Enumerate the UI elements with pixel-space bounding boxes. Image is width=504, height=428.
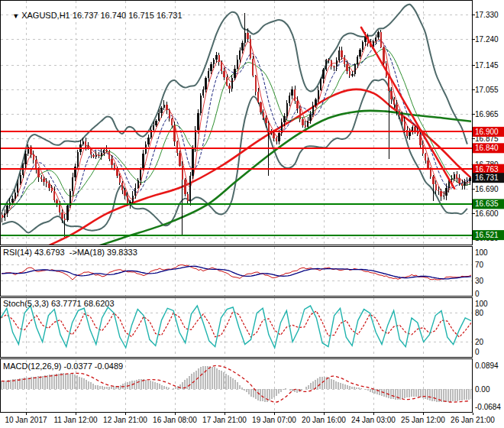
candle-body: [140, 168, 141, 180]
candle-body: [48, 183, 50, 187]
candle-body: [454, 174, 455, 179]
stoch-tick-label: 100: [475, 300, 488, 308]
candle-body: [182, 166, 183, 180]
candle-body: [61, 212, 63, 219]
candle-body: [299, 109, 301, 118]
candle-body: [443, 196, 444, 196]
candle-body: [210, 64, 212, 71]
candle-body: [390, 91, 392, 99]
stoch-tick-label: 0: [475, 348, 480, 356]
candle-body: [82, 141, 84, 144]
candle-body: [92, 155, 94, 157]
candle-body: [351, 74, 353, 76]
candle-body: [142, 154, 144, 169]
candle-body: [184, 180, 186, 194]
candle-body: [158, 113, 160, 121]
stoch-panel: [1, 306, 471, 348]
candle-body: [357, 57, 358, 64]
candle-body: [393, 99, 395, 105]
price-badge-text: 16.635: [475, 199, 499, 208]
candle-body: [43, 179, 44, 182]
time-axis: 10 Jan 201711 Jan 12:0012 Jan 21:0016 Ja…: [5, 413, 495, 425]
candle-body: [163, 105, 165, 108]
candle-body: [239, 50, 241, 60]
price-badge-16.763: 16.763: [473, 164, 504, 174]
macd-histogram: [2, 366, 471, 403]
rsi-panel: [2, 265, 471, 280]
candle-body: [228, 86, 230, 89]
candle-body: [438, 190, 439, 191]
chart-title: ▼XAGUSD,H1 16.737 16.740 16.715 16.731: [3, 2, 183, 30]
price-scale: 17.33017.24017.14517.05516.96516.87516.7…: [473, 11, 504, 412]
candle-body: [111, 159, 112, 165]
price-badge-text: 16.731: [475, 173, 499, 182]
rsi-tick-label: 70: [475, 261, 484, 269]
symbol-period-label: XAGUSD,H1: [21, 11, 70, 20]
candle-body: [234, 69, 235, 78]
panel-frames: [1, 1, 473, 413]
price-badge-16.521: 16.521: [473, 230, 504, 240]
candle-body: [464, 182, 465, 186]
candle-body: [46, 182, 47, 183]
rsi-ma-line: [2, 266, 471, 279]
candle-body: [6, 206, 8, 214]
candle-body: [200, 96, 202, 113]
candle-body: [195, 130, 196, 148]
candle-body: [406, 130, 408, 136]
candle-body: [132, 196, 134, 202]
candle-body: [221, 62, 222, 71]
candle-body: [289, 96, 290, 102]
candle-body: [90, 149, 92, 155]
candle-body: [307, 121, 309, 127]
candle-body: [435, 184, 437, 190]
candle-body: [17, 183, 18, 193]
candle-body: [346, 64, 347, 71]
candle-body: [383, 47, 384, 63]
candle-body: [333, 66, 334, 67]
candle-body: [375, 37, 376, 42]
candle-body: [137, 180, 139, 188]
candle-body: [309, 115, 311, 121]
candle-body: [362, 42, 363, 50]
candle-body: [265, 118, 267, 123]
candle-body: [95, 155, 97, 157]
candle-body: [2, 215, 3, 218]
candle-body: [318, 90, 319, 99]
candle-body: [153, 125, 154, 130]
candle-body: [331, 60, 332, 66]
candle-body: [176, 141, 178, 153]
candle-body: [134, 188, 136, 196]
price-tick-label: 16.965: [475, 110, 499, 118]
price-tick-label: 17.240: [475, 35, 499, 44]
stoch-d-line: [1, 311, 471, 337]
price-tick-label: 16.600: [475, 209, 499, 218]
candle-body: [458, 178, 460, 183]
candle-body: [399, 111, 400, 115]
candle-body: [66, 206, 68, 219]
candle-body: [283, 116, 285, 122]
candle-body: [338, 50, 340, 60]
candle-body: [432, 177, 434, 184]
macd-tick-label: 0.00: [475, 385, 490, 394]
rsi-indicator-label: RSI(14) 43.6793 ->MA(18) 39.8333: [3, 248, 137, 257]
candle-body: [24, 154, 26, 164]
macd-panel: [2, 365, 471, 402]
thin-ma-green-line: [2, 49, 470, 218]
candle-body: [422, 145, 424, 154]
candle-body: [257, 92, 259, 102]
candle-body: [166, 105, 167, 111]
candle-body: [20, 175, 21, 183]
candle-body: [276, 138, 277, 141]
x-axis-label: 24 Jan 03:00: [351, 416, 396, 424]
candle-body: [404, 122, 405, 130]
symbol-dropdown-arrow-icon[interactable]: ▼: [12, 11, 19, 21]
stoch-indicator-label: Stoch(5,3,3) 63.7771 68.6203: [3, 299, 115, 308]
candle-body: [35, 160, 37, 169]
candle-body: [320, 79, 321, 90]
candle-body: [349, 71, 351, 76]
candle-body: [51, 188, 53, 191]
x-axis-label: 12 Jan 21:00: [103, 416, 147, 424]
candle-body: [160, 108, 162, 114]
price-tick-label: 17.330: [475, 11, 499, 19]
candle-body: [260, 102, 261, 112]
